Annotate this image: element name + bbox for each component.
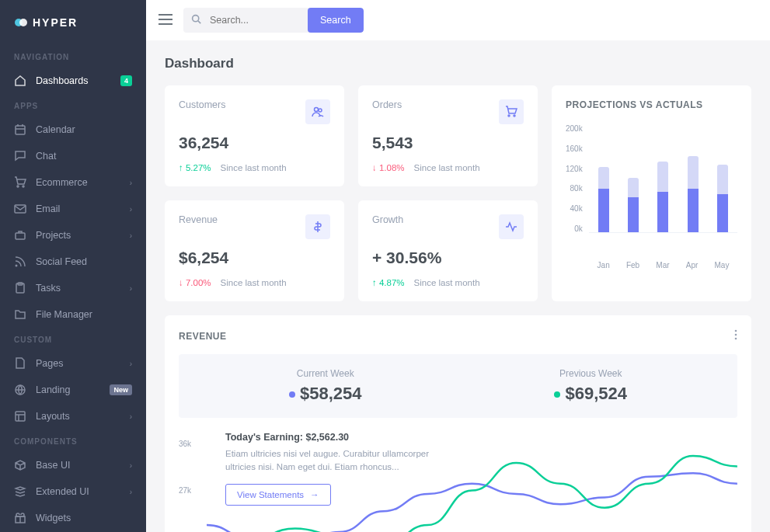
sidebar-item-extended-ui[interactable]: Extended UI ›	[0, 478, 146, 505]
box-icon	[14, 459, 26, 471]
projections-chart: 200k160k120k80k40k0k	[566, 124, 737, 256]
sidebar-item-label: Projects	[36, 230, 71, 241]
revenue-current-value: $58,254	[300, 384, 362, 403]
sidebar-item-base-ui[interactable]: Base UI ›	[0, 452, 146, 478]
bar-mar	[657, 162, 668, 232]
gift-icon	[14, 512, 26, 524]
stack-icon	[14, 485, 26, 498]
revenue-title: REVENUE	[179, 331, 227, 342]
clipboard-icon	[14, 282, 26, 294]
y-tick: 27k	[179, 486, 191, 495]
chevron-right-icon: ›	[130, 205, 132, 214]
pulse-icon	[499, 214, 524, 239]
cart-icon	[499, 99, 524, 124]
sidebar-item-label: Tasks	[36, 283, 61, 294]
bar-apr	[688, 156, 699, 232]
stat-delta: ↓ 1.08%Since last month	[372, 163, 524, 172]
sidebar-item-dashboards[interactable]: Dashboards 4	[0, 68, 146, 94]
stat-card-growth: Growth + 30.56% ↑ 4.87%Since last month	[358, 200, 538, 301]
stat-grid: Customers 36,254 ↑ 5.27%Since last month…	[165, 85, 538, 301]
sidebar-item-landing[interactable]: Landing New	[0, 377, 146, 403]
file-icon	[14, 357, 26, 370]
search-input[interactable]	[183, 8, 308, 33]
svg-point-13	[193, 16, 199, 22]
chevron-right-icon: ›	[130, 231, 132, 240]
brand-logo[interactable]: HYPER	[0, 0, 146, 45]
sidebar-item-social-feed[interactable]: Social Feed	[0, 249, 146, 275]
revenue-previous-week: Previous Week $69,524	[554, 368, 627, 404]
search-button[interactable]: Search	[308, 8, 364, 33]
chevron-right-icon: ›	[130, 412, 132, 421]
search-wrap: Search	[183, 8, 364, 33]
sidebar-item-tasks[interactable]: Tasks ›	[0, 275, 146, 301]
svg-point-15	[319, 109, 322, 112]
view-statements-button[interactable]: View Statements →	[225, 484, 331, 506]
stat-label: Customers	[179, 99, 225, 110]
nav-section-title: COMPONENTS	[0, 429, 146, 452]
svg-rect-5	[15, 205, 26, 213]
nav-section-title: APPS	[0, 94, 146, 116]
svg-point-1	[19, 19, 27, 26]
svg-point-14	[315, 108, 319, 112]
rss-icon	[14, 256, 26, 268]
y-tick: 40k	[566, 204, 583, 213]
svg-rect-11	[16, 412, 25, 421]
today-earning: Today's Earning: $2,562.30	[225, 432, 458, 443]
stat-card-orders: Orders 5,543 ↓ 1.08%Since last month	[358, 85, 538, 186]
svg-point-7	[16, 265, 18, 267]
sidebar-item-ecommerce[interactable]: Ecommerce ›	[0, 169, 146, 196]
arrow-right-icon: →	[310, 490, 319, 499]
cart-icon	[14, 176, 26, 189]
content: Dashboard Customers 36,254 ↑ 5.27%Since …	[146, 40, 770, 532]
topbar: Search	[146, 0, 770, 40]
svg-point-18	[735, 330, 737, 332]
stat-value: + 30.56%	[372, 249, 524, 267]
sidebar-item-label: Widgets	[36, 513, 71, 523]
briefcase-icon	[14, 229, 26, 242]
chevron-right-icon: ›	[130, 461, 132, 470]
projections-title: PROJECTIONS VS ACTUALS	[566, 99, 737, 110]
sidebar-item-layouts[interactable]: Layouts ›	[0, 403, 146, 429]
sidebar-item-file-manager[interactable]: File Manager	[0, 301, 146, 328]
mail-icon	[14, 203, 26, 215]
x-tick: May	[715, 261, 730, 269]
sidebar-item-pages[interactable]: Pages ›	[0, 350, 146, 377]
nav-badge: 4	[120, 75, 132, 86]
sidebar-item-label: Dashboards	[36, 75, 88, 86]
chat-icon	[14, 150, 26, 162]
svg-point-16	[508, 115, 510, 116]
chevron-right-icon: ›	[130, 284, 132, 293]
svg-rect-6	[16, 233, 25, 239]
stat-card-customers: Customers 36,254 ↑ 5.27%Since last month	[165, 85, 344, 186]
y-tick: 80k	[566, 184, 583, 193]
nav-badge-new: New	[110, 384, 132, 395]
x-tick: Mar	[656, 261, 669, 269]
sidebar-item-widgets[interactable]: Widgets	[0, 505, 146, 531]
search-icon	[191, 13, 201, 27]
stat-value: $6,254	[179, 249, 330, 267]
revenue-info-text: Etiam ultricies nisi vel augue. Curabitu…	[225, 447, 458, 475]
sidebar-item-label: File Manager	[36, 309, 92, 320]
revenue-prev-label: Previous Week	[554, 368, 627, 379]
sidebar-item-email[interactable]: Email ›	[0, 196, 146, 222]
stat-value: 36,254	[179, 134, 330, 152]
revenue-prev-value: $69,524	[565, 384, 627, 403]
menu-toggle-button[interactable]	[159, 14, 172, 27]
svg-point-4	[23, 186, 24, 187]
stat-label: Growth	[372, 214, 403, 225]
dot-blue-icon	[289, 391, 295, 398]
sidebar-item-label: Layouts	[36, 411, 70, 422]
sidebar-item-projects[interactable]: Projects ›	[0, 222, 146, 249]
y-tick: 36k	[179, 440, 191, 448]
sidebar-item-chat[interactable]: Chat	[0, 143, 146, 169]
sidebar: HYPER NAVIGATION Dashboards 4 APPS Calen…	[0, 0, 146, 532]
svg-point-19	[735, 334, 737, 336]
stat-delta: ↑ 5.27%Since last month	[179, 163, 330, 172]
sidebar-item-label: Pages	[36, 358, 63, 369]
home-icon	[14, 75, 26, 87]
sidebar-item-label: Base UI	[36, 460, 70, 471]
more-icon[interactable]	[734, 329, 737, 343]
sidebar-item-calendar[interactable]: Calendar	[0, 116, 146, 143]
sidebar-item-label: Ecommerce	[36, 177, 88, 188]
projections-card: PROJECTIONS VS ACTUALS 200k160k120k80k40…	[552, 85, 751, 301]
